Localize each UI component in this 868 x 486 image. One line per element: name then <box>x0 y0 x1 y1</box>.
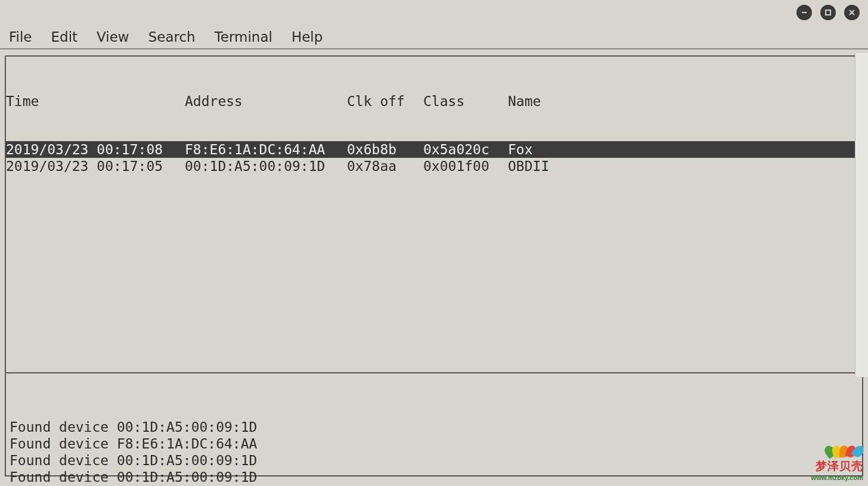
cell-class: 0x5a020c <box>423 142 508 157</box>
table-row[interactable]: 2019/03/23 00:17:08F8:E6:1A:DC:64:AA0x6b… <box>6 141 862 158</box>
cell-clk-off: 0x6b8b <box>347 142 423 157</box>
header-clk-off: Clk off <box>347 94 423 109</box>
table-row[interactable]: 2019/03/23 00:17:0500:1D:A5:00:09:1D0x78… <box>6 158 862 175</box>
log-line: Found device F8:E6:1A:DC:64:AA <box>10 435 862 452</box>
watermark-url: www.mzbky.com <box>811 474 863 481</box>
header-time: Time <box>6 94 185 109</box>
maximize-button[interactable] <box>820 5 836 20</box>
device-table-panel: TimeAddressClk offClassName 2019/03/23 0… <box>5 55 863 373</box>
menu-terminal[interactable]: Terminal <box>213 28 274 46</box>
menu-edit[interactable]: Edit <box>50 28 79 46</box>
watermark-text: 梦泽贝壳 <box>811 459 863 474</box>
cell-address: 00:1D:A5:00:09:1D <box>185 158 347 174</box>
watermark: 梦泽贝壳 www.mzbky.com <box>811 446 863 481</box>
header-class: Class <box>423 94 508 109</box>
header-address: Address <box>185 94 347 109</box>
scrollbar-vertical[interactable] <box>855 53 868 377</box>
menu-search[interactable]: Search <box>147 28 197 46</box>
device-table: TimeAddressClk offClassName 2019/03/23 0… <box>6 57 862 205</box>
close-button[interactable] <box>844 5 860 20</box>
menu-view[interactable]: View <box>95 28 131 46</box>
minimize-button[interactable] <box>796 5 812 20</box>
menubar: File Edit View Search Terminal Help <box>0 25 868 49</box>
watermark-logo-icon <box>811 446 863 457</box>
menu-file[interactable]: File <box>8 28 33 46</box>
menu-help[interactable]: Help <box>290 28 324 46</box>
cell-time: 2019/03/23 00:17:08 <box>6 142 185 157</box>
cell-name: OBDII <box>508 158 549 174</box>
window-titlebar <box>0 0 868 25</box>
log-line: Found device 00:1D:A5:00:09:1D <box>10 452 862 469</box>
svg-rect-1 <box>826 10 830 15</box>
log-panel: Found device 00:1D:A5:00:09:1DFound devi… <box>5 373 863 476</box>
cell-time: 2019/03/23 00:17:05 <box>6 158 185 174</box>
header-name: Name <box>508 94 541 109</box>
log-line: Found device 00:1D:A5:00:09:1D <box>10 469 862 485</box>
cell-class: 0x001f00 <box>423 158 508 174</box>
cell-address: F8:E6:1A:DC:64:AA <box>185 142 347 157</box>
cell-name: Fox <box>508 142 533 157</box>
cell-clk-off: 0x78aa <box>347 158 423 174</box>
table-header-row: TimeAddressClk offClassName <box>6 94 862 110</box>
log-line: Found device 00:1D:A5:00:09:1D <box>10 419 862 435</box>
